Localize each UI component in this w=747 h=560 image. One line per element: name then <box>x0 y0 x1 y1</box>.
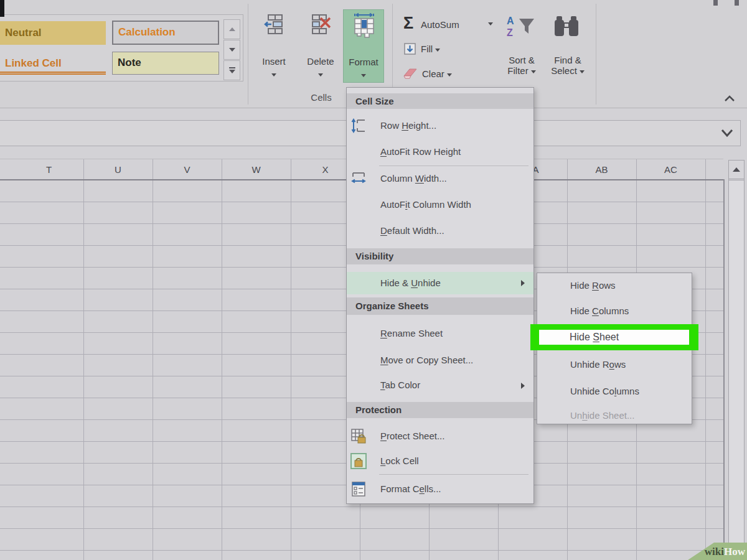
menu-header-protection: Protection <box>347 402 533 418</box>
submenu-item-hide-columns[interactable]: Hide Columns <box>537 302 692 320</box>
column-header[interactable]: U <box>83 159 153 180</box>
clear-button[interactable]: Clear <box>422 69 452 79</box>
menu-item-hide-unhide[interactable]: Hide & Unhide <box>347 272 533 294</box>
label-accesskey: A <box>380 146 387 157</box>
delete-label: Delete <box>303 56 338 67</box>
menu-item-default-width[interactable]: Default Width... <box>347 222 533 240</box>
find-select-icon <box>552 15 581 39</box>
label-post: lls... <box>425 483 441 494</box>
format-button[interactable]: Format <box>343 9 384 83</box>
menu-item-label: Hide Rows <box>570 276 616 295</box>
column-header[interactable]: AC <box>636 159 705 180</box>
menu-item-label: Unhide Rows <box>570 355 626 374</box>
menu-item-format-cells[interactable]: Format Cells... <box>347 480 533 498</box>
label-post: ows <box>599 280 616 291</box>
column-header[interactable]: AB <box>567 159 636 180</box>
dropdown-arrow-icon <box>361 74 366 77</box>
menu-item-label: Hide & Unhide <box>380 272 441 294</box>
sort-filter-label-1: Sort & <box>500 55 543 65</box>
gallery-scroll-up-button[interactable] <box>223 19 240 39</box>
menu-item-move-copy-sheet[interactable]: Move or Copy Sheet... <box>347 351 533 370</box>
label-post: ove or Copy Sheet... <box>388 355 474 365</box>
sheet-right-border <box>723 179 725 560</box>
label-accesskey: o <box>609 359 614 370</box>
submenu-item-hide-rows[interactable]: Hide Rows <box>537 276 692 295</box>
label-post: umns <box>616 386 639 396</box>
dropdown-arrow-icon <box>318 73 323 77</box>
excel-window: Neutral Calculation Linked Cell Note Ins… <box>0 0 747 560</box>
menu-item-autofit-row-height[interactable]: AutoFit Row Height <box>347 142 533 161</box>
down-arrow-icon <box>229 70 235 73</box>
menu-header-visibility: Visibility <box>347 248 533 264</box>
gallery-scroll-down-button[interactable] <box>223 40 240 60</box>
autosum-button[interactable]: AutoSum <box>421 20 459 30</box>
label-pre: Unhide R <box>570 359 609 370</box>
submenu-item-unhide-columns[interactable]: Unhide Columns <box>537 382 692 401</box>
wikihow-logo-how: How <box>724 546 745 558</box>
collapse-ribbon-icon[interactable] <box>723 95 736 103</box>
sort-filter-button[interactable]: Sort & Filter <box>500 55 543 76</box>
style-linked-cell[interactable]: Linked Cell <box>0 52 106 75</box>
style-neutral[interactable]: Neutral <box>0 21 106 45</box>
menu-header-organize-sheets: Organize Sheets <box>347 297 533 315</box>
style-calculation[interactable]: Calculation <box>112 21 219 45</box>
label-accesskey: U <box>411 278 418 288</box>
cell-styles-gallery: Neutral Calculation Linked Cell Note <box>0 14 243 82</box>
menu-item-row-height[interactable]: Row Height... <box>347 116 533 135</box>
menu-item-protect-sheet[interactable]: Protect Sheet... <box>347 427 533 446</box>
label-post: ock Cell <box>385 455 418 466</box>
dropdown-arrow-icon <box>271 73 276 77</box>
menu-separator <box>379 474 529 475</box>
menu-item-tab-color[interactable]: Tab Color <box>347 376 533 394</box>
scroll-up-button[interactable] <box>729 161 744 179</box>
label-post: olumns <box>599 306 629 316</box>
label-pre: AutoF <box>380 199 405 210</box>
delete-button[interactable]: Delete <box>303 9 338 83</box>
label-accesskey: e <box>420 483 425 494</box>
fill-button[interactable]: Fill <box>421 44 440 54</box>
menu-item-rename-sheet[interactable]: Rename Sheet <box>347 324 533 343</box>
fill-label: Fill <box>421 44 433 54</box>
label-post: ide Sheet... <box>588 410 635 421</box>
gallery-more-button[interactable] <box>223 60 240 80</box>
column-header[interactable]: V <box>153 159 222 180</box>
autosum-dropdown-icon[interactable] <box>488 22 493 26</box>
label-post: rotect Sheet... <box>387 431 444 441</box>
label-accesskey: P <box>380 431 387 441</box>
svg-text:A: A <box>507 16 514 26</box>
menu-item-autofit-column-width[interactable]: AutoFit Column Width <box>347 195 533 214</box>
screen-edge-artifact <box>0 0 4 17</box>
dropdown-arrow-icon <box>435 49 440 52</box>
submenu-arrow-icon <box>521 280 525 286</box>
menu-item-label: Column Width... <box>380 169 447 188</box>
menu-item-lock-cell[interactable]: Lock Cell <box>347 452 533 470</box>
wikihow-logo-wiki: wiki <box>705 546 724 558</box>
scrollbar-thumb[interactable] <box>729 180 744 560</box>
svg-text:Z: Z <box>507 27 513 38</box>
label-pre: Unhide Co <box>570 386 614 396</box>
style-note[interactable]: Note <box>112 52 219 75</box>
screen-edge-artifact <box>713 0 718 6</box>
submenu-item-unhide-sheet: Unhide Sheet... <box>537 406 692 425</box>
vertical-scrollbar[interactable] <box>728 160 745 560</box>
expand-formula-bar-icon[interactable] <box>720 129 734 138</box>
menu-item-label: Row Height... <box>380 116 436 135</box>
menu-item-label: Move or Copy Sheet... <box>380 351 473 370</box>
column-header[interactable]: W <box>222 159 291 180</box>
column-header[interactable]: T <box>14 159 83 180</box>
label-pre: Row <box>380 120 402 131</box>
fill-icon <box>404 43 416 55</box>
up-arrow-icon <box>733 167 740 172</box>
delete-icon <box>309 13 332 35</box>
label-accesskey: T <box>380 380 385 390</box>
insert-icon <box>263 13 285 35</box>
format-label: Format <box>344 57 383 67</box>
submenu-item-unhide-rows[interactable]: Unhide Rows <box>537 355 692 374</box>
label-accesskey: h <box>582 410 587 421</box>
insert-button[interactable]: Insert <box>256 9 291 83</box>
down-arrow-icon <box>229 48 235 52</box>
submenu-item-hide-sheet[interactable]: Hide Sheet <box>539 330 689 345</box>
find-select-button[interactable]: Find & Select <box>546 55 590 76</box>
menu-item-column-width[interactable]: Column Width... <box>347 169 533 188</box>
label-post: utoFit Row Height <box>387 146 461 157</box>
